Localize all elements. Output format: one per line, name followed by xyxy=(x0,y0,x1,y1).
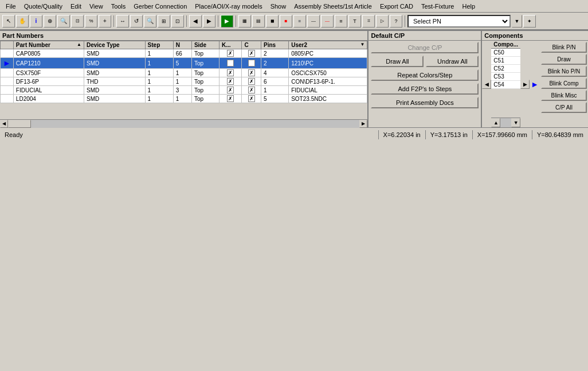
col-header-c[interactable]: C xyxy=(242,41,261,49)
col-header-user2[interactable]: User2▼ xyxy=(289,41,367,49)
checkbox-icon[interactable]: ✗ xyxy=(248,60,255,67)
comp-scroll-down[interactable]: ▼ xyxy=(511,118,520,127)
col-header-n[interactable]: N xyxy=(173,41,191,49)
tb-r12[interactable]: ? xyxy=(390,15,402,28)
menu-help[interactable]: Help xyxy=(458,2,479,11)
menu-edit[interactable]: Edit xyxy=(67,2,85,11)
col-header-pn[interactable]: Part Number▲ xyxy=(13,41,84,49)
menu-show[interactable]: Show xyxy=(267,2,290,11)
menu-tools[interactable]: Tools xyxy=(108,2,130,11)
menu-gerber[interactable]: Gerber Connection xyxy=(130,2,190,11)
tb-r2[interactable]: ▤ xyxy=(252,15,265,28)
draw-all-button[interactable]: Draw All xyxy=(371,56,424,67)
comp-nav-left-btn[interactable]: ◀ xyxy=(482,80,491,89)
comp-scroll-track[interactable] xyxy=(500,118,511,127)
tb-info-tool[interactable]: i xyxy=(30,15,42,28)
blink-pn-button[interactable]: Blink P/N xyxy=(541,42,587,53)
menu-place[interactable]: Place/AOI/X-ray models xyxy=(191,2,265,11)
comp-list-wrapper[interactable]: C50C51C52C53C54 xyxy=(491,49,520,118)
select-pn-arrow[interactable]: ▼ xyxy=(512,15,522,28)
pn-scroll-right[interactable]: ▶ xyxy=(359,120,367,128)
tb-arrow-tool[interactable]: ↖ xyxy=(2,15,15,28)
table-row[interactable]: LD2004SMD11Top✗✗5SOT23.5NDC xyxy=(1,95,367,103)
menu-test[interactable]: Test-Fixture xyxy=(418,2,457,11)
menu-export[interactable]: Export CAD xyxy=(377,2,417,11)
tb-last[interactable]: ✦ xyxy=(523,15,536,28)
checkbox-icon[interactable]: ✗ xyxy=(227,69,234,76)
tb-search[interactable]: 🔍 xyxy=(144,15,156,28)
col-header-empty[interactable] xyxy=(1,41,14,49)
tb-r4[interactable]: ■ xyxy=(280,15,292,28)
tb-r7[interactable]: — xyxy=(321,15,334,28)
tb-r6[interactable]: — xyxy=(307,15,320,28)
checkbox-icon[interactable]: ✗ xyxy=(227,87,234,93)
col-header-device[interactable]: Device Type xyxy=(84,41,145,49)
blink-comp-button[interactable]: Blink Comp xyxy=(541,78,587,89)
checkbox-icon[interactable]: ✗ xyxy=(248,78,255,85)
col-header-step[interactable]: Step xyxy=(145,41,173,49)
table-row[interactable]: CSX750FSMD11Top✗✗4OSC\CSX750 xyxy=(1,69,367,77)
blink-no-pn-button[interactable]: Blink No P/N xyxy=(541,66,587,77)
tb-hand-tool[interactable]: ✋ xyxy=(16,15,29,28)
tb-r9[interactable]: T xyxy=(348,15,361,28)
select-pn-dropdown[interactable]: Select PN xyxy=(407,15,511,28)
table-row[interactable]: FIDUCIALSMD13Top✗✗1FIDUCIAL xyxy=(1,86,367,95)
comp-nav-right-btn[interactable]: ▶ xyxy=(520,80,530,89)
change-cp-button[interactable]: Change C/P xyxy=(371,42,479,53)
pn-scrollbar[interactable]: ◀ ▶ xyxy=(0,119,367,127)
list-item[interactable]: C51 xyxy=(491,57,520,65)
tb-unknown1[interactable]: ⊞ xyxy=(158,15,170,28)
tb-r1[interactable]: ▦ xyxy=(238,15,251,28)
tb-percent-tool[interactable]: % xyxy=(85,15,97,28)
tb-prev[interactable]: ◀ xyxy=(189,15,202,28)
cp-all-button[interactable]: C/P All xyxy=(541,102,587,113)
checkbox-icon[interactable]: ✗ xyxy=(248,95,255,102)
col-header-side[interactable]: Side xyxy=(191,41,219,49)
print-docs-button[interactable]: Print Assembly Docs xyxy=(371,97,479,108)
undraw-all-button[interactable]: Undraw All xyxy=(426,56,479,67)
add-f2p-button[interactable]: Add F2P's to Steps xyxy=(371,83,479,95)
tb-unknown2[interactable]: ⊡ xyxy=(171,15,184,28)
checkbox-icon[interactable]: ✗ xyxy=(227,78,234,85)
checkbox-icon[interactable]: ✗ xyxy=(248,50,255,57)
col-header-pins[interactable]: Pins xyxy=(261,41,288,49)
menu-assembly[interactable]: Assembly Sheets/1st Article xyxy=(291,2,375,11)
menu-file[interactable]: File xyxy=(2,2,19,11)
checkbox-icon[interactable]: ✗ xyxy=(248,87,255,93)
col-header-k[interactable]: K... xyxy=(219,41,242,49)
menu-quote[interactable]: Quote/Quality xyxy=(21,2,66,11)
checkbox-icon[interactable]: ✗ xyxy=(227,95,234,102)
table-row[interactable]: DF13-6PTHD11Top✗✗6CON\DF13-6P-1. xyxy=(1,77,367,86)
tb-rotate[interactable]: ↺ xyxy=(130,15,143,28)
tb-target-tool[interactable]: ⊕ xyxy=(44,15,56,28)
comp-scroll-up[interactable]: ▲ xyxy=(491,118,500,127)
table-row[interactable]: CAP0805SMD166Top✗✗20805\PC xyxy=(1,49,367,58)
pn-scroll-track[interactable] xyxy=(8,120,359,128)
tb-r11[interactable]: ▷ xyxy=(376,15,389,28)
pn-scroll-left[interactable]: ◀ xyxy=(0,120,8,128)
list-item[interactable]: C54 xyxy=(491,81,520,89)
menu-view[interactable]: View xyxy=(86,2,107,11)
draw-button[interactable]: Draw xyxy=(541,54,587,65)
list-item[interactable]: C50 xyxy=(491,49,520,57)
pn-scroll-thumb[interactable] xyxy=(8,120,31,128)
table-row[interactable]: ►CAP1210SMD15Top✗✗21210\PC xyxy=(1,58,367,69)
tb-r8[interactable]: ≡ xyxy=(335,15,347,28)
repeat-colors-button[interactable]: Repeat Colors/Step xyxy=(371,69,479,81)
tb-fit-tool[interactable]: ⊡ xyxy=(71,15,84,28)
tb-r3[interactable]: ◼ xyxy=(266,15,279,28)
tb-green-btn[interactable]: ▶ xyxy=(221,15,233,28)
checkbox-icon[interactable]: ✗ xyxy=(227,60,234,67)
list-item[interactable]: C53 xyxy=(491,73,520,81)
tb-r5[interactable]: ■ xyxy=(293,15,306,28)
tb-move[interactable]: ↔ xyxy=(116,15,129,28)
checkbox-icon[interactable]: ✗ xyxy=(227,50,234,57)
tb-zoom-in[interactable]: + xyxy=(99,15,111,28)
list-item[interactable]: C52 xyxy=(491,65,520,73)
checkbox-icon[interactable]: ✗ xyxy=(248,69,255,76)
blink-misc-button[interactable]: Blink Misc xyxy=(541,90,587,101)
tb-zoom-tool[interactable]: 🔍 xyxy=(57,15,70,28)
tb-r10[interactable]: ⌗ xyxy=(362,15,375,28)
part-numbers-table-wrapper[interactable]: Part Number▲ Device Type Step N Side K..… xyxy=(0,41,367,119)
tb-next[interactable]: ▶ xyxy=(203,15,215,28)
